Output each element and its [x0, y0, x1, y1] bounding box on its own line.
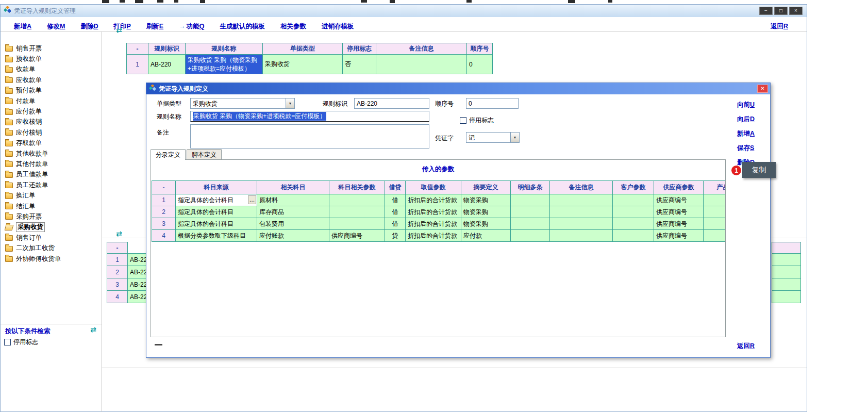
column-header[interactable]: 明细多条 — [511, 181, 550, 194]
note-cell[interactable] — [550, 206, 613, 218]
product-param-cell[interactable] — [704, 206, 726, 218]
toolbar-refresh-button[interactable]: 刷新E — [146, 22, 163, 31]
checkbox-icon[interactable] — [460, 117, 466, 124]
column-header[interactable]: 单据类型 — [263, 43, 343, 55]
value-param-cell[interactable]: 折扣后的合计货款 — [406, 218, 461, 230]
related-account-cell[interactable]: 库存商品 — [257, 206, 329, 218]
column-header[interactable]: 备注信息 — [376, 43, 467, 55]
disabled-flag-cell[interactable]: 否 — [343, 55, 376, 74]
incoming-params-link[interactable]: 传入的参数 — [422, 166, 455, 173]
rule-id-input[interactable]: AB-220 — [354, 98, 429, 109]
column-header[interactable]: 取值参数 — [406, 181, 461, 194]
order-input[interactable]: 0 — [466, 98, 519, 109]
column-header[interactable]: 规则名称 — [186, 43, 263, 55]
column-header[interactable]: 产品参数 — [704, 181, 726, 194]
tree-item[interactable]: 应收核销 — [4, 117, 100, 127]
customer-param-cell[interactable] — [613, 206, 654, 218]
tree-item[interactable]: 应付款单 — [4, 106, 100, 117]
account-param-cell[interactable] — [329, 218, 385, 230]
filter-disabled-checkbox[interactable]: 停用标志 — [4, 338, 38, 347]
debit-credit-cell[interactable]: 借 — [385, 194, 406, 206]
detail-multi-cell[interactable] — [511, 194, 550, 206]
swap-icon[interactable]: ⇄ — [114, 25, 124, 35]
tree-item[interactable]: 外协师傅收货单 — [4, 254, 100, 264]
row-number-cell[interactable]: 4 — [107, 290, 128, 303]
move-backward-link[interactable]: 向后D — [737, 115, 755, 124]
account-param-cell[interactable] — [329, 194, 385, 206]
detail-multi-cell[interactable] — [511, 206, 550, 218]
order-cell[interactable]: 0 — [467, 55, 493, 74]
maximize-button[interactable]: □ — [774, 7, 788, 15]
copy-button[interactable]: 复制 — [742, 162, 776, 178]
debit-credit-cell[interactable]: 贷 — [385, 230, 406, 242]
toolbar-inventory-template-button[interactable]: 进销存模板 — [322, 22, 354, 31]
row-number-cell[interactable]: 1 — [152, 194, 176, 206]
column-header[interactable]: 供应商参数 — [654, 181, 704, 194]
related-account-cell[interactable]: 包装费用 — [257, 218, 329, 230]
note-cell[interactable] — [550, 218, 613, 230]
close-button[interactable]: × — [789, 7, 803, 15]
toolbar-new-button[interactable]: 新增A — [14, 22, 31, 31]
ellipsis-button[interactable]: … — [248, 195, 256, 204]
save-link[interactable]: 保存S — [737, 144, 755, 153]
column-header[interactable]: 摘要定义 — [461, 181, 511, 194]
detail-multi-cell[interactable] — [511, 218, 550, 230]
debit-credit-cell[interactable]: 借 — [385, 206, 406, 218]
note-cell[interactable] — [376, 55, 467, 74]
doc-type-select[interactable]: 采购收货 ▼ — [190, 98, 295, 109]
row-number-cell[interactable]: 2 — [152, 206, 176, 218]
row-number-cell[interactable]: 1 — [107, 253, 128, 266]
tree-item[interactable]: 预收款单 — [4, 54, 100, 64]
row-number-cell[interactable]: 2 — [107, 266, 128, 278]
dialog-close-button[interactable]: × — [757, 85, 768, 93]
supplier-param-cell[interactable]: 供应商编号 — [654, 218, 704, 230]
tree-item[interactable]: 收款单 — [4, 64, 100, 75]
voucher-word-select[interactable]: 记 ▼ — [466, 132, 520, 143]
column-header[interactable]: 借贷 — [385, 181, 406, 194]
column-header[interactable]: 相关科目 — [257, 181, 329, 194]
summary-cell[interactable]: 应付款 — [461, 230, 511, 242]
value-param-cell[interactable]: 折扣后的合计货款 — [406, 206, 461, 218]
tree-item[interactable]: 应付核销 — [4, 127, 100, 138]
filter-search-link[interactable]: 按以下条件检索 — [5, 327, 51, 336]
column-header[interactable]: 停用标志 — [343, 43, 376, 55]
tab-script-definition[interactable]: 脚本定义 — [187, 149, 222, 160]
customer-param-cell[interactable] — [613, 230, 654, 242]
debit-credit-cell[interactable]: 借 — [385, 218, 406, 230]
column-header[interactable]: 备注信息 — [550, 181, 613, 194]
tree-item[interactable]: 换汇单 — [4, 190, 100, 201]
tab-entry-definition[interactable]: 分录定义 — [151, 149, 186, 160]
tree-item-selected[interactable]: 采购收货 — [4, 222, 100, 233]
toolbar-related-params-button[interactable]: 相关参数 — [280, 22, 306, 31]
related-account-cell[interactable]: 原材料 — [257, 194, 329, 206]
tree-item[interactable]: 其他付款单 — [4, 159, 100, 169]
account-source-cell[interactable]: 指定具体的会计科目 — [176, 218, 257, 230]
chevron-down-icon[interactable]: ▼ — [510, 133, 519, 142]
account-source-cell[interactable]: 指定具体的会计科目 … — [176, 194, 257, 206]
summary-cell[interactable]: 物资采购 — [461, 194, 511, 206]
disabled-checkbox[interactable]: 停用标志 — [460, 116, 494, 125]
account-source-cell[interactable]: 指定具体的会计科目 — [176, 206, 257, 218]
tree-item[interactable]: 付款单 — [4, 96, 100, 106]
toolbar-return-button[interactable]: 返回R — [771, 22, 788, 31]
supplier-param-cell[interactable]: 供应商编号 — [654, 206, 704, 218]
column-header[interactable]: - — [127, 43, 148, 55]
column-header[interactable]: 科目相关参数 — [329, 181, 385, 194]
value-param-cell[interactable]: 折扣后的合计货款 — [406, 230, 461, 242]
product-param-cell[interactable] — [704, 230, 726, 242]
column-header[interactable]: 规则标识 — [148, 43, 186, 55]
tree-item[interactable]: 销售开票 — [4, 43, 100, 54]
tree-item[interactable]: 其他收款单 — [4, 149, 100, 159]
swap-icon[interactable]: ⇄ — [89, 325, 98, 334]
detail-multi-cell[interactable] — [511, 230, 550, 242]
minimize-button[interactable]: − — [759, 7, 773, 15]
row-number-cell[interactable]: 4 — [152, 230, 176, 242]
row-number-cell[interactable]: 1 — [127, 55, 148, 74]
toolbar-modify-button[interactable]: 修改M — [47, 22, 65, 31]
checkbox-icon[interactable] — [4, 339, 11, 345]
supplier-param-cell[interactable]: 供应商编号 — [654, 194, 704, 206]
account-param-cell[interactable] — [329, 206, 385, 218]
product-param-cell[interactable] — [704, 218, 726, 230]
swap-icon[interactable]: ⇄ — [114, 229, 124, 238]
tree-item[interactable]: 采购开票 — [4, 211, 100, 222]
